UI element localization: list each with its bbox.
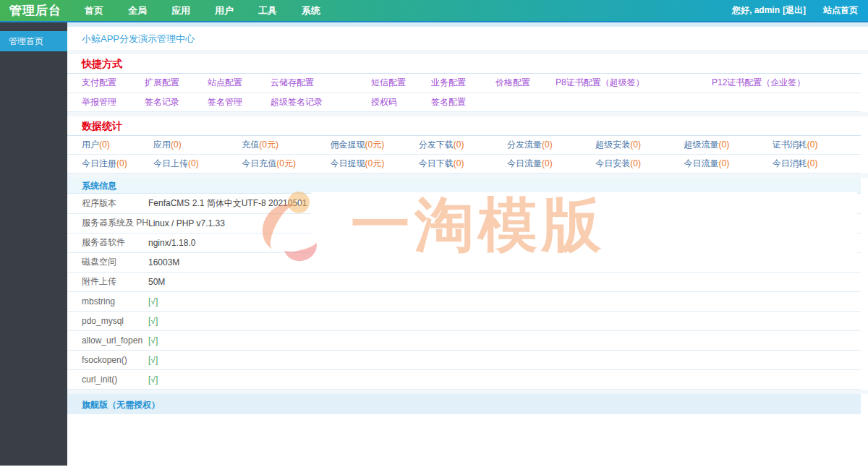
sysinfo-value: Linux / PHP v7.1.33	[148, 218, 225, 228]
sysinfo-row: curl_init()[√]	[67, 369, 861, 389]
stat-value: (0元)	[365, 140, 385, 150]
stat-link[interactable]: 今日流量(0)	[507, 158, 553, 168]
stat-value: (0)	[719, 158, 730, 168]
main-nav: 首页全局应用用户工具系统	[72, 0, 333, 22]
topbar: 管理后台 首页全局应用用户工具系统 您好, admin [退出] 站点首页	[0, 0, 868, 22]
stat-link[interactable]: 分发下载(0)	[419, 140, 464, 150]
quick-link[interactable]: 短信配置	[371, 77, 406, 87]
stat-label: 超级流量	[684, 140, 719, 150]
stat-link[interactable]: 超级安装(0)	[595, 140, 641, 150]
stat-label: 应用	[153, 140, 171, 150]
nav-item[interactable]: 全局	[116, 0, 159, 22]
quick-link[interactable]: 业务配置	[431, 77, 466, 87]
footer-row: 旗舰版（无需授权）	[67, 394, 861, 414]
quick-links-row: 支付配置扩展配置站点配置云储存配置短信配置业务配置价格配置P8证书配置（超级签）…	[67, 74, 861, 93]
quick-link[interactable]: 签名配置	[431, 97, 466, 107]
stat-value: (0)	[630, 158, 641, 168]
stats-row: 今日注册(0)今日上传(0)今日充值(0元)今日提现(0元)今日下载(0)今日流…	[67, 155, 861, 173]
quick-link[interactable]: 站点配置	[208, 77, 242, 87]
section-heading-quick: 快捷方式	[67, 54, 861, 74]
check-ok-icon: [√]	[148, 355, 158, 365]
check-ok-icon: [√]	[148, 296, 158, 307]
sysinfo-value: FenfaCMS 2.1 简体中文UTF-8 20210501	[148, 198, 307, 208]
sysinfo-label: 磁盘空间	[82, 257, 116, 267]
quick-link[interactable]: 扩展配置	[145, 77, 179, 87]
quick-link[interactable]: P8证书配置（超级签）	[556, 77, 644, 87]
sysinfo-label: pdo_mysql	[82, 316, 124, 326]
stat-link[interactable]: 今日充值(0元)	[242, 158, 296, 168]
quick-links-row: 举报管理签名记录签名管理超级签名记录授权码签名配置	[67, 93, 861, 111]
stat-link[interactable]: 今日安装(0)	[595, 158, 641, 168]
stat-link[interactable]: 证书消耗(0)	[773, 140, 818, 150]
quick-links-table: 支付配置扩展配置站点配置云储存配置短信配置业务配置价格配置P8证书配置（超级签）…	[67, 74, 861, 112]
sidebar-item-admin-home[interactable]: 管理首页	[0, 31, 67, 51]
stat-link[interactable]: 今日上传(0)	[153, 158, 199, 168]
nav-item[interactable]: 系统	[289, 0, 333, 22]
logout-link[interactable]: [退出]	[783, 4, 806, 17]
site-home-link[interactable]: 站点首页	[823, 4, 858, 17]
quick-link[interactable]: 授权码	[371, 97, 397, 107]
stat-label: 今日安装	[595, 158, 630, 168]
main-content: 小鲸APP分发演示管理中心 快捷方式 支付配置扩展配置站点配置云储存配置短信配置…	[67, 22, 868, 466]
stat-value: (0)	[807, 140, 818, 150]
quick-link[interactable]: P12证书配置（企业签）	[712, 77, 805, 87]
stat-label: 今日充值	[242, 158, 276, 168]
quick-link[interactable]: 超级签名记录	[271, 97, 323, 107]
stats-table: 用户(0)应用(0)充值(0元)佣金提现(0元)分发下载(0)分发流量(0)超级…	[67, 136, 861, 174]
stat-label: 今日下载	[419, 158, 454, 168]
stat-link[interactable]: 用户(0)	[82, 140, 110, 150]
title-bar: 小鲸APP分发演示管理中心	[67, 27, 868, 50]
stat-value: (0元)	[365, 158, 385, 168]
user-greeting: 您好, admin	[732, 4, 780, 17]
stat-link[interactable]: 佣金提现(0元)	[331, 140, 385, 150]
stat-value: (0)	[116, 158, 127, 168]
sysinfo-row: 附件上传50M	[67, 272, 861, 291]
stat-link[interactable]: 超级流量(0)	[684, 140, 730, 150]
stat-value: (0)	[188, 158, 199, 168]
sysinfo-label: 服务器软件	[82, 237, 125, 247]
stat-link[interactable]: 今日注册(0)	[82, 158, 127, 168]
quick-link[interactable]: 云储存配置	[271, 77, 314, 87]
quick-link[interactable]: 支付配置	[82, 77, 116, 87]
sysinfo-value: 50M	[148, 277, 165, 287]
sysinfo-row: mbstring[√]	[67, 291, 861, 311]
quick-link[interactable]: 签名管理	[208, 97, 242, 107]
stat-link[interactable]: 今日下载(0)	[419, 158, 464, 168]
stat-value: (0元)	[259, 140, 278, 150]
stat-link[interactable]: 今日消耗(0)	[773, 158, 818, 168]
stat-label: 今日上传	[153, 158, 188, 168]
stat-link[interactable]: 分发流量(0)	[507, 140, 553, 150]
quick-link[interactable]: 签名记录	[145, 97, 179, 107]
stat-value: (0)	[99, 140, 110, 150]
stat-label: 证书消耗	[773, 140, 807, 150]
stat-value: (0)	[454, 158, 464, 168]
stat-link[interactable]: 应用(0)	[153, 140, 182, 150]
sysinfo-label: 程序版本	[82, 198, 116, 208]
nav-item[interactable]: 工具	[246, 0, 289, 22]
page-title[interactable]: 小鲸APP分发演示管理中心	[82, 33, 195, 44]
quick-link[interactable]: 举报管理	[82, 97, 116, 107]
stat-link[interactable]: 今日流量(0)	[684, 158, 730, 168]
stat-label: 充值	[242, 140, 259, 150]
sysinfo-label: fsockopen()	[82, 355, 127, 365]
stat-value: (0)	[807, 158, 818, 168]
check-ok-icon: [√]	[148, 374, 158, 385]
sysinfo-row: 服务器软件nginx/1.18.0	[67, 233, 861, 252]
nav-item[interactable]: 应用	[159, 0, 203, 22]
quick-link[interactable]: 价格配置	[495, 77, 530, 87]
sysinfo-row: 磁盘空间16003M	[67, 252, 861, 272]
nav-item[interactable]: 首页	[72, 0, 116, 22]
nav-item[interactable]: 用户	[203, 0, 246, 22]
app-title: 管理后台	[0, 2, 62, 19]
topbar-right: 您好, admin [退出] 站点首页	[732, 4, 868, 17]
stat-link[interactable]: 充值(0元)	[242, 140, 278, 150]
sysinfo-row: pdo_mysql[√]	[67, 311, 861, 330]
stat-link[interactable]: 今日提现(0元)	[331, 158, 385, 168]
stat-label: 佣金提现	[331, 140, 365, 150]
stat-label: 今日流量	[684, 158, 719, 168]
sysinfo-label: 附件上传	[82, 276, 116, 286]
sysinfo-label: mbstring	[82, 296, 115, 307]
footer-version-link[interactable]: 旗舰版（无需授权）	[82, 400, 160, 410]
stat-label: 今日流量	[507, 158, 542, 168]
stat-label: 今日注册	[82, 158, 116, 168]
